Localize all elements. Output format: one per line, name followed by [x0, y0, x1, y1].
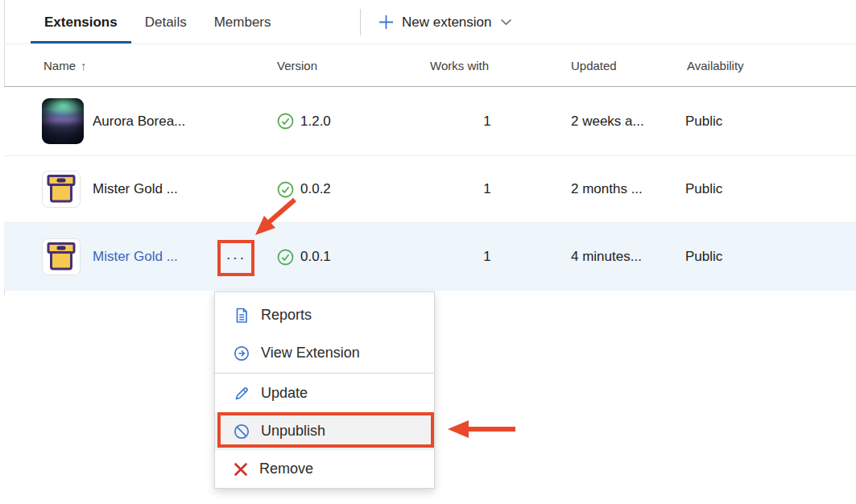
- extension-name: Mister Gold ...: [93, 156, 213, 222]
- column-header-availability[interactable]: Availability: [687, 44, 744, 86]
- menu-item-view-extension[interactable]: View Extension: [215, 334, 434, 372]
- updated-value: 2 months ...: [571, 156, 668, 222]
- column-header-name[interactable]: Name ↑: [43, 44, 87, 86]
- version-value: 0.0.1: [300, 249, 331, 265]
- tab-extensions[interactable]: Extensions: [31, 0, 131, 44]
- table-row[interactable]: Aurora Borea... 1.2.0 1 2 weeks a... Pub…: [4, 87, 856, 156]
- version-value: 0.0.2: [300, 181, 331, 197]
- column-header-availability-label: Availability: [687, 59, 744, 72]
- version-value: 1.2.0: [300, 114, 331, 130]
- verified-check-icon: [277, 113, 294, 130]
- column-header-updated[interactable]: Updated: [571, 44, 617, 86]
- new-extension-button[interactable]: New extension: [378, 0, 512, 44]
- chevron-down-icon: [500, 19, 512, 26]
- table-row[interactable]: Mister Gold ... 0.0.2 1 2 months ... Pub…: [4, 156, 856, 223]
- menu-item-label: Remove: [259, 461, 313, 477]
- sort-ascending-icon: ↑: [81, 59, 87, 72]
- tab-bar: Extensions Details Members: [31, 0, 285, 44]
- table-row[interactable]: Mister Gold ... 0.0.1 1 4 minutes... Pub…: [4, 223, 856, 291]
- verified-check-icon: [277, 181, 294, 198]
- column-header-version[interactable]: Version: [277, 44, 317, 86]
- availability-value: Public: [685, 87, 722, 155]
- annotation-arrow-left-icon: [445, 417, 519, 441]
- gold-box-icon: [42, 238, 81, 275]
- table-header: Name ↑ Version Works with Updated Availa…: [4, 44, 856, 87]
- extension-thumbnail-cell: [42, 87, 84, 155]
- verified-check-icon: [277, 249, 294, 266]
- tab-members[interactable]: Members: [201, 0, 285, 44]
- menu-item-label: View Extension: [261, 345, 360, 361]
- updated-value: 2 weeks a...: [571, 87, 668, 155]
- extension-thumbnail-cell: [42, 223, 81, 291]
- column-header-works-with[interactable]: Works with: [430, 44, 489, 86]
- publisher-extensions-page: Extensions Details Members New extension…: [0, 0, 856, 504]
- block-icon: [233, 423, 250, 440]
- new-extension-label: New extension: [402, 14, 492, 31]
- menu-divider: [215, 373, 434, 374]
- menu-item-label: Reports: [261, 307, 312, 324]
- works-with-value: 1: [447, 223, 527, 291]
- menu-item-remove[interactable]: Remove: [215, 450, 434, 488]
- availability-value: Public: [685, 156, 722, 222]
- report-icon: [233, 307, 250, 324]
- menu-item-update[interactable]: Update: [215, 374, 434, 412]
- add-icon: [378, 14, 394, 30]
- aurora-thumbnail: [42, 98, 84, 144]
- column-header-works-with-label: Works with: [430, 59, 489, 72]
- context-menu: Reports View Extension Update: [214, 291, 435, 489]
- more-actions-button[interactable]: ···: [222, 245, 250, 271]
- column-header-version-label: Version: [277, 59, 317, 72]
- works-with-value: 1: [447, 87, 527, 155]
- tabbar-divider: [360, 9, 361, 35]
- menu-item-reports[interactable]: Reports: [215, 296, 434, 334]
- extension-thumbnail-cell: [42, 156, 81, 222]
- column-header-name-label: Name: [43, 59, 76, 72]
- remove-x-icon: [233, 461, 249, 477]
- gold-box-icon: [42, 171, 81, 208]
- extension-name: Aurora Borea...: [93, 87, 213, 155]
- menu-item-unpublish[interactable]: Unpublish: [215, 412, 434, 450]
- go-to-icon: [233, 345, 250, 362]
- menu-item-label: Unpublish: [261, 423, 325, 440]
- column-header-updated-label: Updated: [571, 59, 617, 72]
- extension-name-link[interactable]: Mister Gold ...: [93, 223, 213, 291]
- updated-value: 4 minutes...: [571, 223, 668, 291]
- tab-details[interactable]: Details: [131, 0, 201, 44]
- menu-item-label: Update: [261, 385, 308, 402]
- availability-value: Public: [685, 223, 722, 291]
- works-with-value: 1: [447, 156, 527, 222]
- pencil-icon: [233, 385, 250, 403]
